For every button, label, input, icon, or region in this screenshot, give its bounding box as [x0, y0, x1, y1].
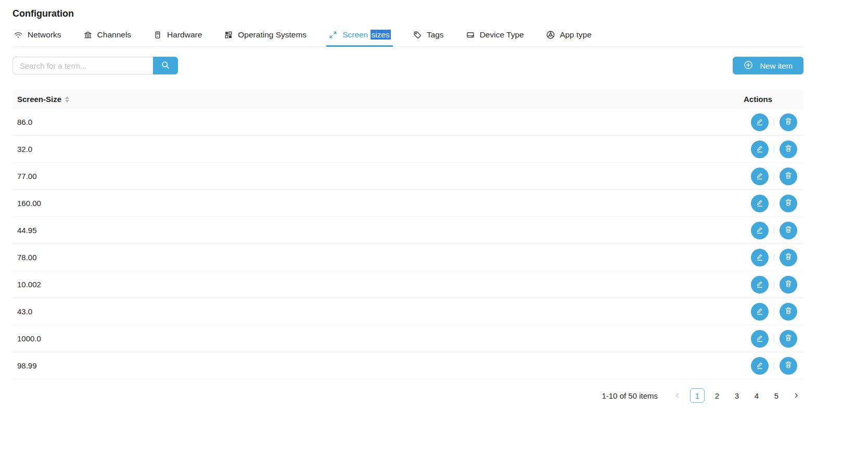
server-icon — [153, 30, 162, 40]
page-title: Configuration — [12, 8, 803, 19]
pagination-page-5[interactable]: 5 — [769, 388, 784, 403]
edit-button[interactable] — [751, 195, 769, 212]
text-selection-highlight: sizes — [371, 30, 391, 40]
tab-app-type[interactable]: App type — [545, 27, 593, 46]
delete-button[interactable] — [780, 357, 797, 375]
trash-icon — [784, 360, 793, 371]
row-actions — [739, 330, 803, 348]
search-button[interactable] — [153, 57, 178, 74]
edit-button[interactable] — [751, 168, 769, 185]
delete-button[interactable] — [780, 195, 797, 212]
row-actions — [739, 141, 803, 158]
trash-icon — [784, 198, 793, 209]
tab-device-type[interactable]: Device Type — [465, 27, 525, 46]
plus-circle-icon — [744, 60, 753, 71]
edit-button[interactable] — [751, 249, 769, 266]
tab-hardware[interactable]: Hardware — [152, 27, 203, 46]
tab-channels[interactable]: Channels — [82, 27, 133, 46]
actions-divider — [774, 308, 774, 315]
chevron-left-icon — [674, 391, 681, 400]
screen-size-value: 86.0 — [12, 118, 739, 126]
row-actions — [739, 249, 803, 266]
configuration-page: Configuration NetworksChannelsHardwareOp… — [12, 0, 803, 418]
table-row: 10.002 — [12, 271, 803, 298]
actions-divider — [774, 362, 774, 369]
row-actions — [739, 357, 803, 375]
delete-button[interactable] — [780, 141, 797, 158]
pagination-page-3[interactable]: 3 — [730, 388, 744, 403]
actions-divider — [774, 199, 774, 207]
tab-networks[interactable]: Networks — [12, 27, 62, 46]
screen-size-value: 160.00 — [12, 199, 739, 208]
edit-button[interactable] — [751, 357, 769, 375]
sort-icon[interactable] — [65, 96, 69, 103]
tab-label: Hardware — [167, 30, 202, 40]
tab-screen-sizes[interactable]: Screen sizes — [327, 27, 392, 46]
delete-button[interactable] — [780, 249, 797, 266]
pagination-page-1[interactable]: 1 — [690, 388, 705, 403]
pencil-icon — [755, 144, 764, 155]
delete-button[interactable] — [780, 303, 797, 321]
pencil-icon — [755, 279, 764, 290]
pagination-summary: 1-10 of 50 items — [602, 391, 658, 400]
search-group — [12, 57, 178, 74]
trash-icon — [784, 333, 793, 344]
trash-icon — [784, 117, 793, 128]
edit-button[interactable] — [751, 303, 769, 321]
new-item-label: New item — [760, 61, 793, 70]
tab-bar: NetworksChannelsHardwareOperating System… — [12, 27, 803, 47]
pencil-icon — [755, 225, 764, 236]
table-row: 32.0 — [12, 136, 803, 163]
search-icon — [161, 60, 170, 71]
column-header-label: Screen-Size — [17, 95, 61, 104]
screen-size-value: 32.0 — [12, 145, 739, 154]
tab-operating-systems[interactable]: Operating Systems — [223, 27, 308, 46]
actions-divider — [774, 118, 774, 126]
row-actions — [739, 303, 803, 321]
edit-button[interactable] — [751, 330, 769, 348]
edit-button[interactable] — [751, 141, 769, 158]
pagination-prev[interactable] — [670, 388, 685, 403]
screen-size-value: 78.00 — [12, 253, 739, 262]
pagination-page-4[interactable]: 4 — [749, 388, 764, 403]
actions-divider — [774, 335, 774, 342]
tab-label: Operating Systems — [238, 30, 307, 40]
delete-button[interactable] — [780, 330, 797, 348]
edit-button[interactable] — [751, 113, 769, 131]
column-header-screen-size: Screen-Size — [12, 95, 739, 104]
table-body: 86.032.077.00160.0044.9578.0010.00243.01… — [12, 109, 803, 379]
pagination-next[interactable] — [789, 388, 803, 403]
actions-divider — [774, 280, 774, 288]
delete-button[interactable] — [780, 276, 797, 294]
delete-button[interactable] — [780, 168, 797, 185]
table-row: 77.00 — [12, 163, 803, 190]
pagination: 1-10 of 50 items 12345 — [12, 388, 803, 418]
tab-label: Channels — [97, 30, 132, 40]
tab-label: Tags — [427, 30, 444, 40]
tab-tags[interactable]: Tags — [412, 27, 445, 46]
toolbar: New item — [12, 57, 803, 74]
table-row: 78.00 — [12, 244, 803, 271]
wifi-icon — [14, 30, 23, 40]
trash-icon — [784, 144, 793, 155]
table-row: 1000.0 — [12, 325, 803, 352]
delete-button[interactable] — [780, 113, 797, 131]
actions-divider — [774, 253, 774, 261]
actions-divider — [774, 172, 774, 180]
pagination-page-2[interactable]: 2 — [710, 388, 724, 403]
pencil-icon — [755, 333, 764, 344]
edit-button[interactable] — [751, 222, 769, 239]
edit-button[interactable] — [751, 276, 769, 294]
delete-button[interactable] — [780, 222, 797, 239]
new-item-button[interactable]: New item — [733, 57, 803, 74]
screen-size-value: 44.95 — [12, 226, 739, 235]
column-header-actions: Actions — [739, 95, 803, 104]
pencil-icon — [755, 198, 764, 209]
app-icon — [546, 30, 555, 40]
bank-icon — [83, 30, 93, 40]
search-input[interactable] — [12, 57, 153, 74]
tab-label: App type — [560, 30, 592, 40]
pencil-icon — [755, 306, 764, 317]
actions-divider — [774, 145, 774, 153]
table-row: 44.95 — [12, 217, 803, 244]
